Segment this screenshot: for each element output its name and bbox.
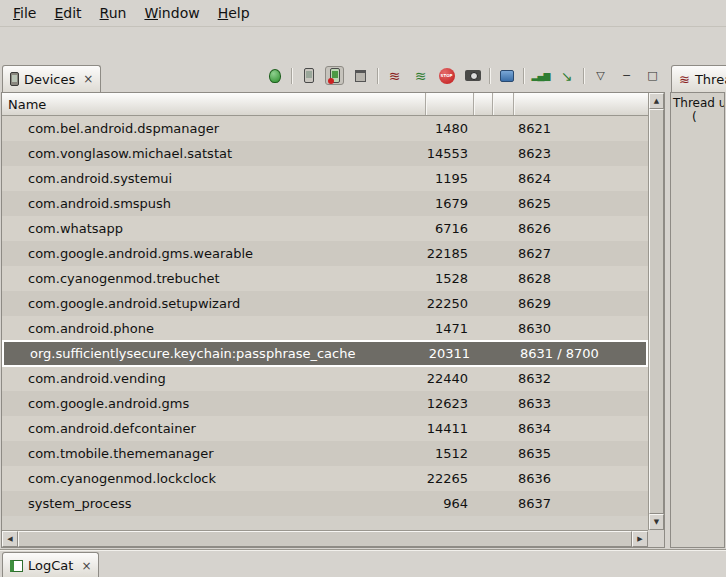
column-header-blank2[interactable]: [493, 93, 514, 115]
scroll-right-button[interactable]: ▶: [632, 531, 648, 547]
process-name: com.cyanogenmod.lockclock: [2, 471, 426, 486]
process-port: 8630: [514, 321, 648, 336]
camera-icon: [465, 70, 481, 81]
process-pid: 14553: [426, 146, 474, 161]
column-header-port[interactable]: [514, 93, 648, 115]
cause-gc-icon[interactable]: [351, 66, 370, 85]
threads-panel: ≋ Threads Thread up (: [669, 60, 726, 549]
threads-content: Thread up (: [670, 92, 725, 548]
toolbar-separator: [291, 68, 292, 84]
table-row[interactable]: com.android.defcontainer 14411 8634: [2, 416, 648, 441]
process-pid: 1480: [426, 121, 474, 136]
tab-devices[interactable]: Devices ×: [2, 65, 101, 92]
process-port: 8625: [514, 196, 648, 211]
process-pid: 22265: [426, 471, 474, 486]
process-name: com.vonglasow.michael.satstat: [2, 146, 426, 161]
table-row[interactable]: system_process 964 8637: [2, 491, 648, 516]
horizontal-scroll-thumb[interactable]: [18, 531, 632, 547]
vertical-scroll-thumb[interactable]: [649, 109, 664, 514]
stop-process-icon[interactable]: STOP: [437, 66, 456, 85]
view-menu-icon[interactable]: ▽: [591, 66, 610, 85]
menubar: File Edit Run Window Help: [0, 0, 726, 27]
system-info-icon[interactable]: ▂▄▆: [531, 66, 550, 85]
process-name: com.bel.android.dspmanager: [2, 121, 426, 136]
screen-capture-icon[interactable]: [463, 66, 482, 85]
column-header-blank1[interactable]: [474, 93, 493, 115]
devices-toolbar: ≋ ≋ STOP ▂▄▆ ↘ ▽ ─ □: [265, 66, 662, 85]
menu-window[interactable]: Window: [135, 1, 208, 25]
process-port: 8627: [514, 246, 648, 261]
table-row[interactable]: com.whatsapp 6716 8626: [2, 216, 648, 241]
threads-message-line2: (: [692, 110, 722, 124]
process-name: com.android.smspush: [2, 196, 426, 211]
process-pid: 1528: [426, 271, 474, 286]
capture-video-icon[interactable]: [497, 66, 516, 85]
bottom-view-bar: LogCat ×: [0, 550, 726, 577]
table-row[interactable]: com.android.smspush 1679 8625: [2, 191, 648, 216]
process-pid: 1471: [426, 321, 474, 336]
close-icon[interactable]: ×: [83, 72, 93, 86]
close-icon[interactable]: ×: [81, 559, 91, 573]
menu-edit[interactable]: Edit: [45, 1, 90, 25]
threads-message-line1: Thread up: [673, 96, 722, 110]
table-row[interactable]: com.android.systemui 1195 8624: [2, 166, 648, 191]
menu-file[interactable]: File: [4, 1, 45, 25]
process-port: 8628: [514, 271, 648, 286]
dump-hprof-icon[interactable]: [325, 66, 344, 85]
process-port: 8624: [514, 171, 648, 186]
table-row[interactable]: com.vonglasow.michael.satstat 14553 8623: [2, 141, 648, 166]
column-header-name[interactable]: Name: [2, 93, 426, 115]
start-method-profiling-icon[interactable]: ≋: [411, 66, 430, 85]
maximize-icon[interactable]: □: [643, 66, 662, 85]
process-name: com.google.android.setupwizard: [2, 296, 426, 311]
devices-tab-label: Devices: [24, 72, 75, 87]
table-row[interactable]: com.google.android.gms 12623 8633: [2, 391, 648, 416]
process-name: com.android.defcontainer: [2, 421, 426, 436]
process-port: 8635: [514, 446, 648, 461]
process-name: com.android.vending: [2, 371, 426, 386]
table-row[interactable]: com.cyanogenmod.trebuchet 1528 8628: [2, 266, 648, 291]
table-row[interactable]: com.google.android.setupwizard 22250 862…: [2, 291, 648, 316]
scrollbar-corner: [648, 530, 664, 547]
table-row[interactable]: com.android.phone 1471 8630: [2, 316, 648, 341]
tab-logcat[interactable]: LogCat ×: [2, 552, 99, 577]
process-port: 8636: [514, 471, 648, 486]
minimize-icon[interactable]: ─: [617, 66, 636, 85]
table-header: Name: [2, 93, 648, 116]
process-port: 8631 / 8700: [516, 346, 646, 361]
horizontal-scrollbar: ◀ ▶: [2, 530, 648, 547]
tab-threads[interactable]: ≋ Threads: [671, 65, 726, 92]
threads-tab-row: ≋ Threads: [669, 60, 726, 92]
table-row[interactable]: com.google.android.gms.wearable 22185 86…: [2, 241, 648, 266]
table-row[interactable]: com.android.vending 22440 8632: [2, 366, 648, 391]
toolbar-separator: [583, 68, 584, 84]
table-row[interactable]: com.cyanogenmod.lockclock 22265 8636: [2, 466, 648, 491]
logcat-icon: [10, 560, 23, 572]
process-pid: 22185: [426, 246, 474, 261]
process-name: com.google.android.gms.wearable: [2, 246, 426, 261]
scroll-up-button[interactable]: ▲: [649, 93, 664, 109]
toolbar-separator: [523, 68, 524, 84]
process-pid: 22250: [426, 296, 474, 311]
update-threads-icon[interactable]: ≋: [385, 66, 404, 85]
process-port: 8632: [514, 371, 648, 386]
device-icon: [10, 72, 19, 86]
process-name: com.cyanogenmod.trebuchet: [2, 271, 426, 286]
process-port: 8626: [514, 221, 648, 236]
devices-table: Name com.bel.android.dspmanager 1480 862…: [1, 92, 665, 548]
debug-process-icon[interactable]: [265, 66, 284, 85]
method-trace-icon[interactable]: ↘: [557, 66, 576, 85]
table-row[interactable]: com.tmobile.thememanager 1512 8635: [2, 441, 648, 466]
menu-help[interactable]: Help: [209, 1, 259, 25]
logcat-tab-label: LogCat: [28, 558, 73, 573]
menu-run[interactable]: Run: [91, 1, 136, 25]
scroll-left-button[interactable]: ◀: [2, 531, 18, 547]
process-port: 8629: [514, 296, 648, 311]
column-header-pid[interactable]: [426, 93, 474, 115]
update-heap-icon[interactable]: [299, 66, 318, 85]
table-row[interactable]: com.bel.android.dspmanager 1480 8621: [2, 116, 648, 141]
process-port: 8621: [514, 121, 648, 136]
table-row-selected[interactable]: org.sufficientlysecure.keychain:passphra…: [2, 340, 648, 367]
process-pid: 6716: [426, 221, 474, 236]
scroll-down-button[interactable]: ▼: [649, 514, 664, 530]
